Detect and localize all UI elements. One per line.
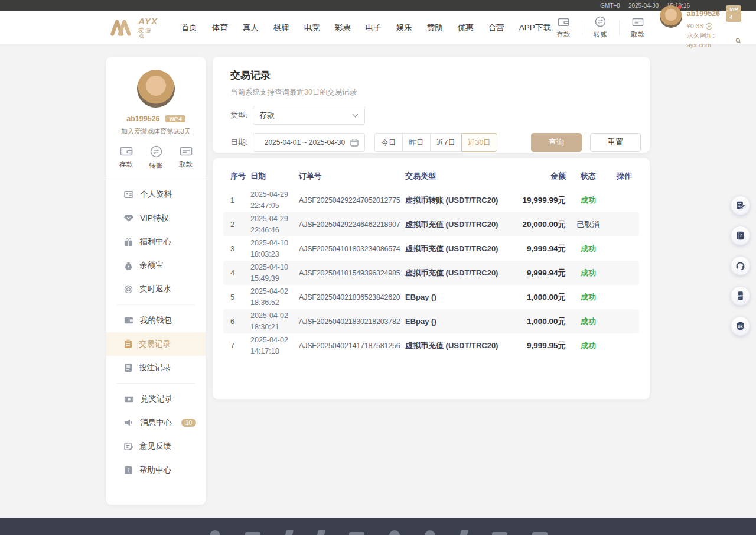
cell-type: 虚拟币充值 (USDT/TRC20)	[405, 244, 500, 254]
avatar[interactable]	[660, 5, 682, 28]
sidebar-item-prize-records[interactable]: 兑奖记录	[106, 387, 206, 411]
withdraw-label: 取款	[631, 31, 644, 38]
sidebar-withdraw-button[interactable]: 取款	[179, 145, 193, 170]
sidebar-item-wallet[interactable]: 我的钱包	[106, 309, 206, 332]
svg-text:?: ?	[739, 233, 742, 238]
main-nav: 首页 体育 真人 棋牌 电竞 彩票 电子 娱乐 赞助 优惠 合营 APP下载	[181, 22, 551, 33]
survey-float-button[interactable]	[731, 196, 750, 215]
table-row: 6 2025-04-0218:30:21 AJSF202504021830218…	[223, 309, 639, 333]
nav-promo[interactable]: 优惠	[458, 22, 474, 33]
sidebar-item-help[interactable]: ? 帮助中心	[106, 458, 206, 482]
transfer-label: 转账	[594, 31, 607, 38]
col-type: 交易类型	[405, 171, 500, 181]
date-filter-row: 日期: 2025-04-01 ~ 2025-04-30 今日 昨日 近7日 近3…	[230, 133, 632, 152]
sidebar-item-yuebao[interactable]: 余额宝	[106, 254, 206, 277]
brand-logo-icon	[109, 18, 134, 37]
deposit-button[interactable]: 存款	[551, 17, 576, 39]
nav-sports[interactable]: 体育	[212, 22, 228, 33]
sidebar-item-feedback[interactable]: 意见反馈	[106, 435, 206, 458]
bet-record-icon	[124, 363, 132, 372]
magnifier-icon[interactable]	[735, 37, 741, 44]
nav-boardgames[interactable]: 棋牌	[273, 22, 289, 33]
vip-badge: VIP 4	[726, 5, 741, 22]
sidebar-transfer-label: 转账	[149, 162, 163, 169]
subtitle-suffix: 日的交易记录	[312, 88, 357, 96]
cell-type: 虚拟币充值 (USDT/TRC20)	[405, 268, 500, 278]
user-block[interactable]: ab199526 VIP 4 ¥0.33 永久网址: ayx.com	[660, 5, 742, 50]
gift-icon	[124, 238, 133, 247]
cell-type: 虚拟币充值 (USDT/TRC20)	[405, 219, 500, 230]
col-no: 序号	[230, 171, 250, 181]
page-title: 交易记录	[230, 69, 632, 82]
withdraw-button[interactable]: 取款	[625, 17, 650, 39]
sidebar-item-messages[interactable]: 消息中心 10	[106, 411, 206, 435]
cell-type: EBpay ()	[405, 293, 500, 301]
refresh-balance-icon[interactable]	[705, 22, 713, 30]
brand-logo[interactable]: AYX 爱游戏	[109, 17, 159, 38]
nav-home[interactable]: 首页	[181, 22, 197, 33]
sidebar-item-label: 个人资料	[140, 189, 172, 200]
partner-logo	[459, 530, 468, 535]
sidebar-item-profile[interactable]: 个人资料	[106, 183, 206, 206]
search-button[interactable]: 查询	[531, 133, 582, 152]
cell-date: 2025-04-2922:46:46	[250, 213, 299, 236]
survey-icon	[735, 200, 745, 210]
col-status: 状态	[566, 171, 611, 181]
wallet-filled-icon	[124, 316, 133, 325]
svg-text:APP: APP	[738, 294, 743, 297]
megaphone-icon	[124, 419, 133, 427]
app-float-button[interactable]: APP	[731, 286, 750, 306]
cell-order: AJSF202504021830218203782	[299, 317, 405, 326]
subtitle-prefix: 当前系统支持查询最近	[230, 88, 304, 96]
nav-partner[interactable]: 合营	[488, 22, 504, 33]
sidebar-deposit-button[interactable]: 存款	[119, 145, 133, 170]
faq-float-button[interactable]: ?	[731, 226, 750, 245]
type-select[interactable]: 存款	[253, 106, 365, 125]
nav-sponsor[interactable]: 赞助	[427, 22, 443, 33]
range-yesterday-button[interactable]: 昨日	[402, 133, 431, 152]
cell-type: EBpay ()	[405, 317, 500, 326]
brand-logo-text: AYX 爱游戏	[138, 17, 159, 38]
nav-entertainment[interactable]: 娱乐	[396, 22, 412, 33]
sidebar-transfer-button[interactable]: 转账	[149, 145, 163, 170]
range-7days-button[interactable]: 近7日	[430, 133, 462, 152]
transfer-icon	[150, 145, 162, 158]
withdraw-card-icon	[180, 145, 193, 157]
withdraw-card-icon	[632, 17, 644, 27]
date-range-input[interactable]: 2025-04-01 ~ 2025-04-30	[253, 133, 365, 152]
sidebar-item-rebate[interactable]: 实时返水	[106, 277, 206, 301]
service-float-button[interactable]	[731, 256, 750, 275]
nav-slots[interactable]: 电子	[366, 22, 382, 33]
verify-float-button[interactable]: OK	[731, 316, 750, 336]
table-row: 3 2025-04-1018:03:23 AJSF202504101803234…	[223, 236, 639, 261]
sidebar-item-label: 福利中心	[139, 236, 171, 247]
divider	[117, 383, 195, 384]
col-order: 订单号	[299, 171, 405, 181]
deposit-label: 存款	[556, 31, 570, 38]
range-30days-button[interactable]: 近30日	[461, 133, 497, 152]
wallet-icon	[120, 145, 133, 157]
profile-avatar[interactable]	[137, 70, 175, 108]
status-badge: 成功	[566, 341, 611, 351]
col-date: 日期	[250, 170, 299, 182]
filter-actions: 查询 重置	[531, 133, 641, 152]
sidebar-item-transactions[interactable]: 交易记录	[106, 332, 206, 356]
brand-name-cn: 爱游戏	[138, 27, 159, 38]
reset-button[interactable]: 重置	[590, 133, 641, 152]
nav-app-download[interactable]: APP下载	[519, 22, 551, 33]
calendar-icon	[350, 138, 359, 147]
balance-amount: ¥0.33	[687, 22, 703, 31]
username: ab199526	[687, 8, 720, 19]
sidebar-item-welfare[interactable]: 福利中心	[106, 230, 206, 254]
nav-esports[interactable]: 电竞	[304, 22, 320, 33]
nav-live[interactable]: 真人	[243, 22, 259, 33]
transfer-button[interactable]: 转账	[588, 16, 613, 39]
table-row: 5 2025-04-0218:36:52 AJSF202504021836523…	[223, 285, 639, 309]
wallet-icon	[558, 17, 569, 27]
range-today-button[interactable]: 今日	[374, 133, 403, 152]
nav-lottery[interactable]: 彩票	[335, 22, 351, 33]
partner-logo	[245, 532, 260, 535]
cell-type: 虚拟币充值 (USDT/TRC20)	[405, 341, 500, 351]
sidebar-item-bet-records[interactable]: 投注记录	[106, 356, 206, 380]
sidebar-item-vip[interactable]: VIP特权	[106, 206, 206, 230]
